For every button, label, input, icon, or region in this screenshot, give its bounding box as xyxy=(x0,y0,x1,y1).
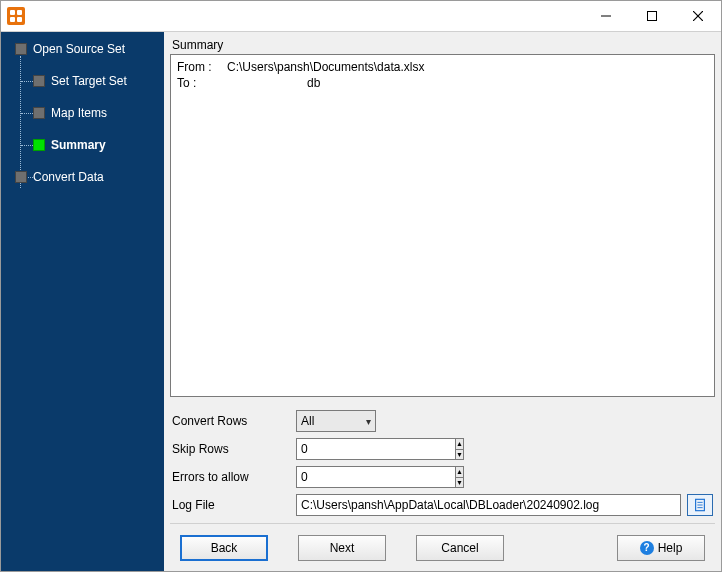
maximize-button[interactable] xyxy=(629,1,675,31)
summary-from-label: From : xyxy=(177,59,227,75)
spin-up-icon[interactable]: ▲ xyxy=(455,466,464,477)
minimize-icon xyxy=(601,11,611,21)
summary-textbox[interactable]: From : C:\Users\pansh\Documents\data.xls… xyxy=(170,54,715,397)
errors-allow-spinner[interactable]: ▲ ▼ xyxy=(296,466,376,488)
step-map-items[interactable]: Map Items xyxy=(33,102,160,124)
spin-down-icon[interactable]: ▼ xyxy=(455,477,464,489)
step-convert-data[interactable]: Convert Data xyxy=(15,166,160,188)
summary-from-value: C:\Users\pansh\Documents\data.xlsx xyxy=(227,59,424,75)
step-label: Summary xyxy=(51,138,106,152)
summary-to-label: To : xyxy=(177,75,227,91)
close-icon xyxy=(693,11,703,21)
browse-log-button[interactable] xyxy=(687,494,713,516)
step-set-target-set[interactable]: Set Target Set xyxy=(33,70,160,92)
cancel-button-label: Cancel xyxy=(441,541,478,555)
summary-heading: Summary xyxy=(172,38,715,52)
step-open-source-set[interactable]: Open Source Set xyxy=(15,38,160,60)
log-file-input[interactable] xyxy=(296,494,681,516)
close-button[interactable] xyxy=(675,1,721,31)
step-label: Map Items xyxy=(51,106,107,120)
skip-rows-label: Skip Rows xyxy=(172,442,296,456)
options-panel: Convert Rows All ▾ Skip Rows ▲ ▼ xyxy=(170,397,715,523)
convert-rows-label: Convert Rows xyxy=(172,414,296,428)
help-button-label: Help xyxy=(658,541,683,555)
step-summary[interactable]: Summary xyxy=(33,134,160,156)
step-marker-icon xyxy=(15,43,27,55)
skip-rows-spinner[interactable]: ▲ ▼ xyxy=(296,438,376,460)
maximize-icon xyxy=(647,11,657,21)
step-marker-icon xyxy=(33,75,45,87)
help-button[interactable]: ? Help xyxy=(617,535,705,561)
next-button-label: Next xyxy=(330,541,355,555)
document-icon xyxy=(693,498,707,512)
errors-allow-label: Errors to allow xyxy=(172,470,296,484)
errors-allow-input[interactable] xyxy=(296,466,455,488)
app-window: Open Source Set Set Target Set Map Items… xyxy=(0,0,722,572)
minimize-button[interactable] xyxy=(583,1,629,31)
convert-rows-value: All xyxy=(301,414,314,428)
spin-up-icon[interactable]: ▲ xyxy=(455,438,464,449)
step-label: Convert Data xyxy=(33,170,104,184)
step-marker-icon xyxy=(15,171,27,183)
cancel-button[interactable]: Cancel xyxy=(416,535,504,561)
skip-rows-input[interactable] xyxy=(296,438,455,460)
log-file-label: Log File xyxy=(172,498,296,512)
back-button[interactable]: Back xyxy=(180,535,268,561)
app-icon xyxy=(7,7,25,25)
step-marker-current-icon xyxy=(33,139,45,151)
spin-down-icon[interactable]: ▼ xyxy=(455,449,464,461)
svg-rect-1 xyxy=(648,12,657,21)
step-label: Set Target Set xyxy=(51,74,127,88)
next-button[interactable]: Next xyxy=(298,535,386,561)
content-pane: Summary From : C:\Users\pansh\Documents\… xyxy=(164,32,721,571)
wizard-sidebar: Open Source Set Set Target Set Map Items… xyxy=(1,32,164,571)
step-label: Open Source Set xyxy=(33,42,125,56)
titlebar xyxy=(1,1,721,31)
chevron-down-icon: ▾ xyxy=(366,416,371,427)
wizard-button-bar: Back Next Cancel ? Help xyxy=(170,523,715,571)
help-icon: ? xyxy=(640,541,654,555)
back-button-label: Back xyxy=(211,541,238,555)
step-marker-icon xyxy=(33,107,45,119)
convert-rows-select[interactable]: All ▾ xyxy=(296,410,376,432)
summary-to-value: db xyxy=(307,75,320,91)
